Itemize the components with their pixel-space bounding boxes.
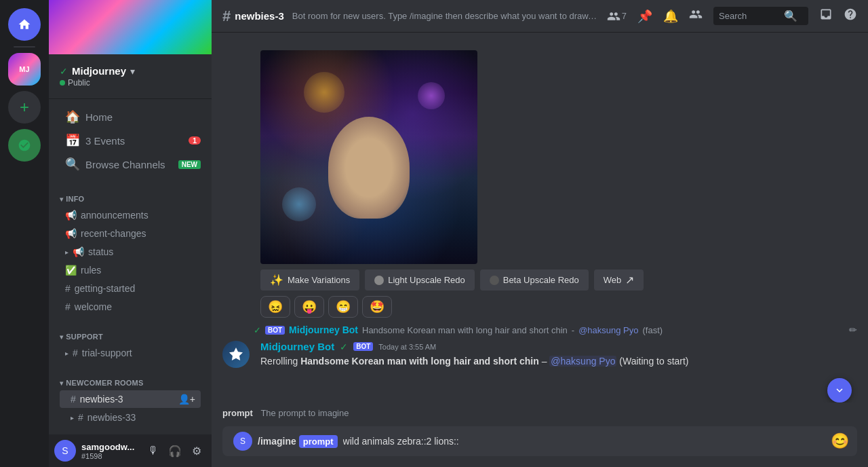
reroll-author[interactable]: Midjourney Bot — [260, 341, 334, 352]
top-bar: # newbies-3 Bot room for new users. Type… — [212, 0, 868, 33]
reroll-mention[interactable]: @haksung Pyo — [549, 356, 616, 367]
inbox-icon[interactable] — [819, 7, 833, 24]
orb3 — [282, 187, 316, 221]
newbies33-arrow: ▸ — [71, 414, 74, 422]
discord-home-button[interactable] — [8, 8, 41, 41]
variations-icon: ✨ — [270, 274, 283, 286]
reroll-message-content: Midjourney Bot ✓ BOT Today at 3:55 AM Re… — [260, 341, 857, 369]
prompt-label: prompt The prompt to imagine — [222, 408, 857, 418]
messages-area: ✨ Make Variations Light Upscale Redo Bet… — [212, 33, 868, 403]
reroll-extra: (Waiting to start) — [619, 356, 688, 367]
light-upscale-icon — [374, 276, 384, 285]
image-attachment — [260, 50, 857, 264]
channel-rules[interactable]: ✅ rules — [60, 261, 201, 279]
reaction-2[interactable]: 😛 — [294, 296, 324, 318]
server-banner — [49, 0, 212, 54]
verified-icon: ✓ — [60, 66, 68, 77]
orb2 — [418, 82, 445, 109]
reroll-prefix: Rerolling — [260, 356, 300, 367]
info-section: ▾ INFO 📢 announcements 📢 recent-changes … — [49, 181, 212, 319]
members-icon[interactable]: 7 — [607, 10, 627, 23]
bot-verified-icon: ✓ — [254, 325, 261, 335]
channel-getting-started[interactable]: # getting-started — [60, 280, 201, 297]
trial-support-icon: # — [73, 348, 78, 358]
web-button[interactable]: Web ↗ — [594, 269, 644, 291]
reroll-message-header: Midjourney Bot ✓ BOT Today at 3:55 AM — [260, 341, 857, 352]
web-link-icon: ↗ — [625, 274, 634, 286]
make-variations-button[interactable]: ✨ Make Variations — [260, 269, 359, 291]
prompt-hint: The prompt to imagine — [260, 408, 349, 418]
support-arrow: ▾ — [60, 333, 63, 341]
nav-events[interactable]: 📅 3 Events 1 — [54, 129, 206, 152]
reroll-verified: ✓ — [340, 341, 348, 352]
reroll-bold-text: Handsome Korean man with long hair and s… — [300, 356, 539, 367]
orb1 — [304, 72, 344, 113]
notification-icon[interactable]: 🔔 — [663, 9, 678, 24]
channel-sidebar: ✓ Midjourney ▾ Public 🏠 Home 📅 3 Events … — [49, 0, 212, 467]
info-section-header[interactable]: ▾ INFO — [54, 192, 206, 206]
newbies3-icon: # — [71, 394, 76, 405]
bot-avatar — [222, 341, 250, 368]
reaction-1[interactable]: 😖 — [260, 296, 290, 318]
info-arrow: ▾ — [60, 195, 63, 203]
reroll-dash: – — [542, 356, 550, 367]
mute-button[interactable]: 🎙 — [144, 441, 163, 460]
chat-input-wrap: S /imagine prompt 😊 — [212, 426, 868, 467]
help-icon[interactable] — [844, 7, 857, 24]
reroll-bot-badge: BOT — [353, 342, 373, 351]
light-upscale-redo-button[interactable]: Light Upscale Redo — [365, 269, 474, 291]
channel-list: 🏠 Home 📅 3 Events 1 🔍 Browse Channels NE… — [49, 99, 212, 434]
channel-newbies-33[interactable]: ▸ # newbies-33 — [60, 409, 201, 426]
inline-mention: @haksung Pyo — [578, 325, 638, 335]
server-dropdown-icon: ▾ — [130, 66, 135, 77]
search-bar[interactable]: 🔍 — [713, 7, 808, 25]
getting-started-icon: # — [65, 283, 71, 294]
nav-home[interactable]: 🏠 Home — [54, 105, 206, 128]
channel-welcome[interactable]: # welcome — [60, 298, 201, 316]
announcements-icon: 📢 — [65, 210, 77, 221]
status-arrow: ▸ — [65, 248, 68, 256]
inline-extra: (fast) — [643, 325, 663, 335]
chat-user-avatar: S — [233, 432, 252, 451]
trial-support-arrow: ▸ — [65, 350, 68, 357]
member-list-icon[interactable] — [689, 7, 703, 24]
beta-upscale-icon — [490, 276, 499, 285]
support-section: ▾ SUPPORT ▸ # trial-support — [49, 319, 212, 365]
newcomer-arrow: ▾ — [60, 379, 63, 387]
newcomer-section-header[interactable]: ▾ NEWCOMER ROOMS — [54, 376, 206, 390]
channel-newbies-3[interactable]: # newbies-3 👤+ — [60, 390, 201, 408]
server-initial: MJ — [19, 65, 29, 73]
channel-recent-changes[interactable]: 📢 recent-changes — [60, 225, 201, 242]
server-divider — [14, 46, 35, 48]
search-input[interactable] — [719, 11, 780, 21]
channel-trial-support[interactable]: ▸ # trial-support — [60, 344, 201, 362]
channel-status[interactable]: ▸ 📢 status — [60, 243, 201, 261]
chat-input-field[interactable] — [343, 436, 828, 447]
channel-name-header: # newbies-3 — [222, 7, 284, 25]
nav-browse-channels[interactable]: 🔍 Browse Channels NEW — [54, 153, 206, 176]
pin-icon[interactable]: 📌 — [637, 9, 652, 24]
server-icon-explore[interactable] — [8, 129, 41, 162]
message-avatar-spacer — [222, 45, 250, 318]
reaction-4[interactable]: 🤩 — [362, 296, 392, 318]
beta-upscale-redo-button[interactable]: Beta Upscale Redo — [480, 269, 589, 291]
support-section-header[interactable]: ▾ SUPPORT — [54, 330, 206, 343]
chat-input-bar: S /imagine prompt 😊 — [222, 426, 857, 456]
deafen-button[interactable]: 🎧 — [165, 441, 184, 460]
emoji-picker-button[interactable]: 😊 — [828, 430, 852, 453]
member-count: 7 — [622, 11, 627, 21]
reaction-3[interactable]: 😁 — [328, 296, 358, 318]
channel-announcements[interactable]: 📢 announcements — [60, 206, 201, 224]
online-dot — [60, 80, 65, 86]
scroll-to-bottom-button[interactable] — [827, 378, 852, 403]
add-server-button[interactable]: + — [8, 91, 41, 124]
server-icon-midjourney[interactable]: MJ — [8, 53, 41, 86]
server-header[interactable]: ✓ Midjourney ▾ Public — [49, 54, 212, 99]
channel-hash-icon: # — [222, 7, 231, 25]
settings-button[interactable]: ⚙ — [187, 441, 206, 460]
user-panel: S samgoodw... #1598 🎙 🎧 ⚙ — [49, 434, 212, 467]
edit-icon[interactable]: ✏ — [849, 324, 857, 335]
inline-author: Midjourney Bot — [289, 324, 358, 335]
message-group-image: ✨ Make Variations Light Upscale Redo Bet… — [212, 43, 868, 319]
home-icon: 🏠 — [65, 109, 80, 124]
